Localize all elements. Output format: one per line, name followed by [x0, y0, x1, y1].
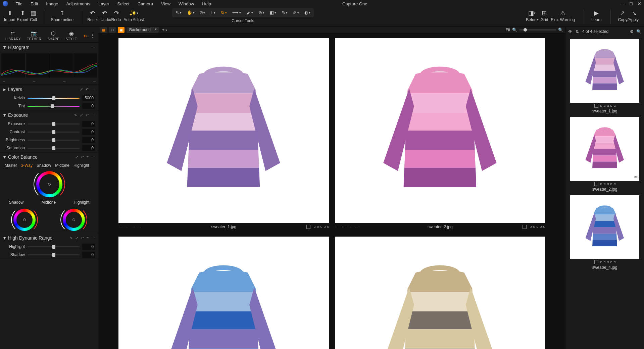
kelvin-slider[interactable]: Kelvin5000 [0, 94, 98, 102]
menu-window[interactable]: Window [175, 1, 197, 7]
gradient-tool[interactable]: ✎▾ [280, 9, 290, 16]
crop-tool[interactable]: ⟂▾ [208, 9, 217, 16]
panel-menu-icon[interactable]: ⋯ [91, 113, 95, 117]
tab-library[interactable]: 🗀LIBRARY [3, 29, 23, 42]
rating-dots[interactable] [600, 183, 615, 185]
eraser-tool[interactable]: ◧▾ [268, 9, 278, 16]
hdr-shadow-slider[interactable]: Shadow0 [0, 251, 98, 259]
fit-label[interactable]: Fit [506, 28, 510, 32]
eye-icon[interactable]: 👁 [568, 29, 572, 34]
pencil-icon[interactable]: ✎ [74, 113, 77, 117]
exp-warning-button[interactable]: ⚠ Exp. Warning [551, 8, 575, 22]
add-layer-button[interactable]: + ▾ [161, 28, 168, 32]
filmstrip-item[interactable]: sweater_4.jpg [570, 195, 639, 271]
rating-dots[interactable] [600, 105, 615, 107]
panel-menu-icon[interactable]: ⋯ [91, 45, 95, 50]
select-checkbox[interactable] [306, 225, 310, 229]
highlight-wheel[interactable] [63, 209, 85, 231]
shadow-wheel[interactable] [13, 209, 36, 231]
tab-shape[interactable]: ⬡SHAPE [45, 29, 62, 42]
expand-icon[interactable]: ⤢ [80, 87, 83, 92]
select-checkbox[interactable] [523, 225, 527, 229]
panel-menu-icon[interactable]: ⋯ [91, 155, 95, 159]
grid-button[interactable]: ⊞ Grid [541, 8, 548, 22]
expand-icon[interactable]: ⤢ [80, 113, 83, 117]
filmstrip-item[interactable]: 👁sweater_2.jpg [570, 117, 639, 193]
rating-dots[interactable] [600, 261, 615, 263]
more-tabs-icon[interactable]: » [82, 32, 88, 39]
select-checkbox[interactable] [594, 104, 598, 108]
learn-button[interactable]: ▶ Learn [591, 8, 602, 22]
hdr-highlight-slider[interactable]: Highlight0 [0, 243, 98, 251]
tab-tether[interactable]: 📷TETHER [24, 29, 44, 42]
expand-icon[interactable]: ⤢ [75, 236, 78, 240]
midtone-wheel-large[interactable] [36, 171, 62, 197]
menu-image[interactable]: Image [43, 1, 61, 7]
grid-view-button[interactable]: ▦ [100, 27, 107, 33]
panel-menu-icon[interactable]: ⋯ [91, 87, 95, 92]
heal-tool[interactable]: ⊛▾ [256, 9, 266, 16]
filter-icon[interactable]: ⚙ [630, 29, 634, 34]
import-button[interactable]: ⬇ Import [4, 8, 15, 22]
presets-icon[interactable]: ≡ [87, 155, 89, 159]
cb-tab-master[interactable]: Master [5, 163, 17, 168]
tab-style[interactable]: ◉STYLE [63, 29, 80, 42]
color-balance-header[interactable]: ▶ Color Balance ⤢↶≡⋯ [0, 152, 98, 162]
cb-tab-highlight[interactable]: Highlight [73, 163, 89, 168]
export-button[interactable]: ⬆ Export [17, 8, 29, 22]
close-icon[interactable]: ✕ [637, 1, 641, 6]
sort-icon[interactable]: ⇅ [576, 29, 579, 34]
menu-file[interactable]: File [12, 1, 26, 7]
minimize-icon[interactable]: ─ [622, 1, 625, 6]
image-card[interactable]: --------sweater_1.jpg [118, 38, 329, 231]
layers-header[interactable]: ▶ Layers ⤢↶⋯ [0, 85, 98, 94]
rating-dots[interactable] [530, 226, 545, 228]
menu-adjustments[interactable]: Adjustments [63, 1, 94, 7]
auto-adjust-button[interactable]: ✨▾ Auto Adjust [123, 8, 144, 22]
before-button[interactable]: ◨▾ Before [526, 8, 538, 22]
layer-dropdown[interactable]: Background ▾ [127, 27, 159, 33]
cull-button[interactable]: ▦ Cull [30, 8, 37, 22]
panel-menu-icon[interactable]: ⋯ [91, 236, 95, 240]
exposure-header[interactable]: ▶ Exposure ✎⤢↶⋯ [0, 110, 98, 120]
cb-tab-3way[interactable]: 3-Way [21, 163, 33, 168]
rating-dots[interactable] [314, 226, 329, 228]
draw-tool[interactable]: ✐▾ [291, 9, 301, 16]
share-button[interactable]: ⇡ Share online [51, 8, 73, 22]
copy-apply-button[interactable]: ↗ ↘ Copy/Apply [618, 8, 639, 22]
hand-tool[interactable]: ✋▾ [185, 9, 197, 16]
maximize-icon[interactable]: □ [630, 1, 633, 6]
cb-tab-shadow[interactable]: Shadow [37, 163, 51, 168]
pointer-tool[interactable]: ↖▾ [174, 9, 184, 16]
menu-layer[interactable]: Layer [95, 1, 113, 7]
search-icon[interactable]: 🔍 [636, 29, 641, 34]
image-card[interactable]: --------sweater_3.jpg [335, 237, 545, 349]
presets-icon[interactable]: ≡ [87, 236, 89, 240]
histogram-header[interactable]: ▶ Histogram ⋯ [0, 43, 98, 52]
zoom-in-icon[interactable]: 🔍 [558, 28, 563, 32]
filmstrip-item[interactable]: sweater_1.jpg [570, 39, 639, 114]
menu-camera[interactable]: Camera [134, 1, 156, 7]
reset-button[interactable]: ↶ Reset [87, 8, 98, 22]
reset-panel-icon[interactable]: ↶ [86, 87, 89, 92]
hdr-header[interactable]: ▶ High Dynamic Range ✎⤢↶≡⋯ [0, 233, 98, 243]
rotate-tool[interactable]: ↻▾ [219, 9, 229, 16]
cb-tab-midtone[interactable]: Midtone [55, 163, 69, 168]
proof-view-button[interactable]: ▣ [118, 27, 125, 33]
reset-panel-icon[interactable]: ↶ [81, 155, 84, 159]
saturation-slider[interactable]: Saturation0 [0, 144, 98, 152]
zoom-out-icon[interactable]: 🔍 [512, 28, 517, 32]
reset-panel-icon[interactable]: ↶ [86, 113, 89, 117]
image-card[interactable]: --------sweater_2.jpg [335, 38, 545, 231]
straighten-tool[interactable]: ⟷▾ [230, 9, 243, 16]
pencil-icon[interactable]: ✎ [69, 236, 72, 240]
brightness-slider[interactable]: Brightness0 [0, 136, 98, 144]
single-view-button[interactable]: □ [109, 27, 116, 33]
zoom-slider[interactable] [519, 29, 556, 31]
image-card[interactable]: --------sweater_4.jpg [118, 237, 329, 349]
expand-icon[interactable]: ⤢ [75, 155, 78, 159]
exposure-slider[interactable]: Exposure0 [0, 120, 98, 128]
menu-edit[interactable]: Edit [27, 1, 41, 7]
select-checkbox[interactable] [594, 260, 598, 264]
menu-view[interactable]: View [158, 1, 174, 7]
